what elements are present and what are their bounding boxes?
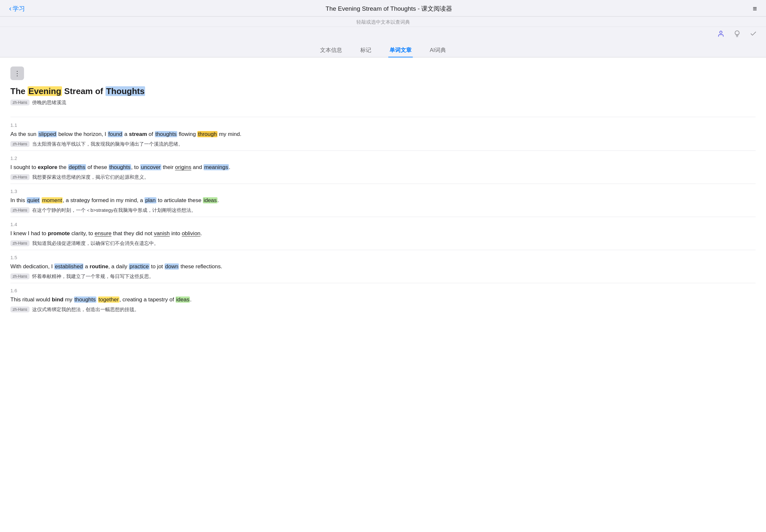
sep-1-2	[10, 184, 756, 184]
para-text-1-3: In this quiet moment, a strategy formed …	[10, 196, 756, 205]
nav-bar: ‹ 学习 The Evening Stream of Thoughts - 课文…	[0, 0, 766, 17]
title-translation-line: zh-Hans 傍晚的思绪溪流	[10, 100, 756, 106]
word-thoughts-1-6[interactable]: thoughts	[74, 296, 96, 303]
para-text-1-1: As the sun slipped below the horizon, I …	[10, 130, 756, 139]
word-thoughts-1-1[interactable]: thoughts	[155, 131, 177, 137]
page-title: The Evening Stream of Thoughts - 课文阅读器	[25, 5, 753, 13]
back-label: 学习	[13, 5, 25, 13]
para-num-1-1: 1.1	[10, 122, 756, 128]
word-quiet[interactable]: quiet	[27, 197, 40, 203]
lightbulb-icon[interactable]	[734, 30, 741, 39]
toolbar-icons	[0, 27, 766, 41]
word-down[interactable]: down	[164, 263, 179, 270]
tab-ai[interactable]: AI词典	[429, 44, 447, 57]
badge-1-4: zh-Hans	[10, 240, 30, 246]
paragraph-1-4: 1.4 I knew I had to promote clarity, to …	[10, 222, 756, 247]
article-title: The Evening Stream of Thoughts	[10, 85, 756, 97]
tab-vocab[interactable]: 单词文章	[388, 44, 413, 57]
dots-button[interactable]: ⋮	[10, 67, 24, 80]
content-area: ⋮ The Evening Stream of Thoughts zh-Hans…	[0, 57, 766, 532]
badge-1-1: zh-Hans	[10, 141, 30, 147]
word-ideas-1-3[interactable]: ideas	[203, 197, 217, 203]
word-origins[interactable]: origins	[175, 164, 191, 170]
title-evening[interactable]: Evening	[28, 86, 62, 96]
word-together[interactable]: together	[98, 296, 119, 303]
para-text-1-5: With dedication, I established a routine…	[10, 262, 756, 272]
trans-text-1-6: 这仪式将绑定我的想法，创造出一幅思想的挂毯。	[32, 307, 139, 313]
para-num-1-5: 1.5	[10, 255, 756, 260]
subtitle-text: 轻敲或选中文本以查词典	[356, 19, 410, 25]
trans-text-1-3: 在这个宁静的时刻，一个＜b>strategy在我脑海中形成，计划阐明这些想法。	[32, 207, 196, 213]
para-text-1-6: This ritual would bind my thoughts toget…	[10, 295, 756, 305]
sep-1-1	[10, 151, 756, 151]
sep-1-3	[10, 217, 756, 217]
word-depths[interactable]: depths	[68, 164, 86, 170]
word-bind[interactable]: bind	[52, 296, 64, 303]
title-translation-text: 傍晚的思绪溪流	[32, 100, 66, 106]
word-thoughts-1-2[interactable]: thoughts	[109, 164, 131, 170]
word-slipped[interactable]: slipped	[38, 131, 57, 137]
badge-1-5: zh-Hans	[10, 273, 30, 279]
para-num-1-3: 1.3	[10, 188, 756, 194]
paragraph-1-3: 1.3 In this quiet moment, a strategy for…	[10, 188, 756, 213]
person-icon[interactable]	[717, 30, 724, 39]
word-plan[interactable]: plan	[144, 197, 156, 203]
sep-1-4	[10, 250, 756, 250]
title-stream: Stream	[62, 86, 93, 96]
badge-1-2: zh-Hans	[10, 174, 30, 180]
word-meanings[interactable]: meanings	[203, 164, 229, 170]
word-routine[interactable]: routine	[90, 263, 108, 270]
paragraph-1-6: 1.6 This ritual would bind my thoughts t…	[10, 288, 756, 313]
word-explore[interactable]: explore	[38, 164, 57, 170]
word-promote[interactable]: promote	[48, 230, 70, 236]
word-vanish[interactable]: vanish	[154, 230, 170, 236]
para-trans-1-2: zh-Hans 我想要探索这些思绪的深度，揭示它们的起源和意义。	[10, 174, 756, 180]
badge-1-6: zh-Hans	[10, 307, 30, 312]
title-thoughts[interactable]: Thoughts	[105, 86, 145, 96]
para-num-1-4: 1.4	[10, 222, 756, 227]
word-moment[interactable]: moment	[42, 197, 63, 203]
word-practice[interactable]: practice	[129, 263, 150, 270]
para-trans-1-1: zh-Hans 当太阳滑落在地平线以下，我发现我的脑海中涌出了一个溪流的思绪。	[10, 141, 756, 147]
word-through[interactable]: through	[197, 131, 217, 137]
word-ensure[interactable]: ensure	[95, 230, 112, 236]
para-num-1-6: 1.6	[10, 288, 756, 293]
svg-point-0	[720, 31, 722, 33]
paragraph-1-2: 1.2 I sought to explore the depths of th…	[10, 155, 756, 180]
checkmark-icon[interactable]	[750, 30, 757, 39]
para-num-1-2: 1.2	[10, 155, 756, 161]
paragraph-1-5: 1.5 With dedication, I established a rou…	[10, 255, 756, 280]
subtitle-bar: 轻敲或选中文本以查词典	[0, 17, 766, 27]
word-oblivion[interactable]: oblivion	[182, 230, 201, 236]
word-established[interactable]: established	[54, 263, 83, 270]
para-text-1-2: I sought to explore the depths of these …	[10, 163, 756, 172]
para-trans-1-6: zh-Hans 这仪式将绑定我的想法，创造出一幅思想的挂毯。	[10, 307, 756, 313]
chevron-left-icon: ‹	[9, 5, 11, 13]
article-header: The Evening Stream of Thoughts zh-Hans 傍…	[10, 85, 756, 117]
sep-1-5	[10, 283, 756, 283]
para-text-1-4: I knew I had to promote clarity, to ensu…	[10, 229, 756, 238]
para-trans-1-5: zh-Hans 怀着奉献精神，我建立了一个常规，每日写下这些反思。	[10, 273, 756, 280]
title-of: of	[93, 86, 105, 96]
word-uncover[interactable]: uncover	[140, 164, 161, 170]
tab-info[interactable]: 文本信息	[319, 44, 343, 57]
paragraph-1-1: 1.1 As the sun slipped below the horizon…	[10, 122, 756, 147]
tabs-container: 文本信息 标记 单词文章 AI词典	[0, 41, 766, 57]
para-trans-1-4: zh-Hans 我知道我必须促进清晰度，以确保它们不会消失在遗忘中。	[10, 240, 756, 247]
word-stream[interactable]: stream	[129, 131, 147, 137]
tab-bookmark[interactable]: 标记	[359, 44, 372, 57]
trans-text-1-4: 我知道我必须促进清晰度，以确保它们不会消失在遗忘中。	[32, 240, 159, 247]
title-the: The	[10, 86, 28, 96]
trans-text-1-1: 当太阳滑落在地平线以下，我发现我的脑海中涌出了一个溪流的思绪。	[32, 141, 183, 147]
word-found[interactable]: found	[108, 131, 123, 137]
badge-1-3: zh-Hans	[10, 207, 30, 213]
trans-text-1-5: 怀着奉献精神，我建立了一个常规，每日写下这些反思。	[32, 273, 154, 280]
para-trans-1-3: zh-Hans 在这个宁静的时刻，一个＜b>strategy在我脑海中形成，计划…	[10, 207, 756, 213]
title-lang-badge: zh-Hans	[10, 100, 30, 105]
back-button[interactable]: ‹ 学习	[9, 5, 25, 13]
trans-text-1-2: 我想要探索这些思绪的深度，揭示它们的起源和意义。	[32, 174, 149, 180]
menu-icon[interactable]: ≡	[753, 5, 757, 13]
word-ideas-1-6[interactable]: ideas	[176, 296, 190, 303]
app-container: ‹ 学习 The Evening Stream of Thoughts - 课文…	[0, 0, 766, 532]
